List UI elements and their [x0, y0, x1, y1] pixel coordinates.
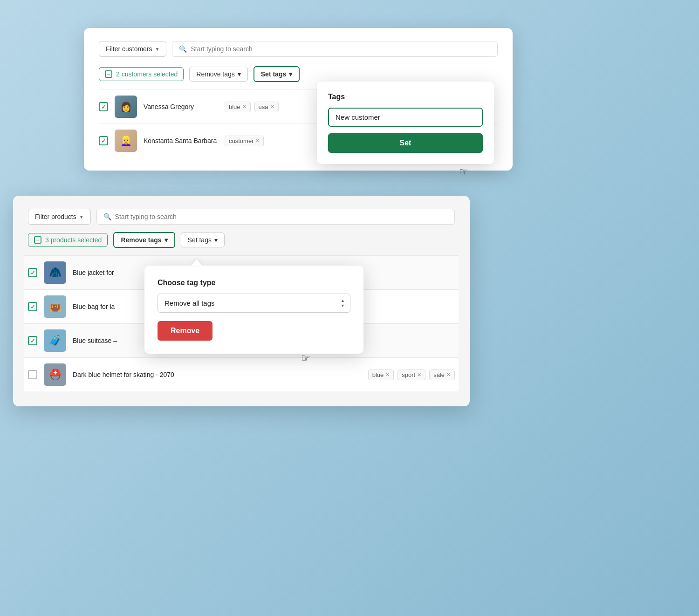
customer-1-tag-usa: usa ✕ [254, 102, 279, 112]
remove-tags-popup: Choose tag type Remove all tags ▲ ▼ Remo… [144, 266, 363, 354]
remove-tags-submit-label: Remove [171, 327, 199, 335]
customer-1-tag-blue: blue ✕ [225, 102, 251, 112]
products-selection-bar: 3 products selected Remove tags ▾ Set ta… [28, 232, 455, 248]
product-2-image: 👜 [44, 295, 66, 318]
products-set-tags-label: Set tags [188, 236, 212, 244]
filter-customers-chevron-icon: ▼ [155, 47, 160, 52]
set-tags-submit-button[interactable]: Set [328, 133, 483, 153]
customer-2-checkbox[interactable] [99, 136, 108, 145]
products-search-input[interactable] [115, 213, 448, 220]
product-4-tag-sport: sport ✕ [397, 370, 425, 380]
set-tags-submit-label: Set [400, 139, 411, 147]
remove-tags-submit-button[interactable]: Remove [158, 321, 212, 341]
products-selected-label: 3 products selected [45, 236, 102, 244]
customers-selected-label: 2 customers selected [116, 70, 178, 78]
customer-1-checkbox[interactable] [99, 102, 108, 111]
products-remove-tags-label: Remove tags [121, 236, 161, 244]
customers-search-icon: 🔍 [179, 45, 187, 53]
product-4-tag-sport-remove[interactable]: ✕ [417, 372, 421, 378]
filter-products-button[interactable]: Filter products ▼ [28, 209, 91, 225]
customer-2-tag-customer: customer ✕ [225, 136, 264, 146]
customers-remove-tags-button[interactable]: Remove tags ▾ [189, 67, 247, 82]
product-3-checkbox[interactable] [28, 336, 37, 345]
remove-popup-title: Choose tag type [158, 279, 350, 287]
product-3-image: 🧳 [44, 329, 66, 352]
customer-1-tag-usa-remove[interactable]: ✕ [270, 104, 274, 110]
filter-customers-label: Filter customers [106, 45, 152, 53]
set-tags-popup: Tags Set [317, 82, 494, 164]
product-4-tag-blue: blue ✕ [368, 370, 394, 380]
filter-customers-button[interactable]: Filter customers ▼ [99, 41, 166, 57]
customers-search-input[interactable] [191, 45, 491, 53]
product-4-image: ⛑️ [44, 363, 66, 386]
customers-set-tags-button[interactable]: Set tags ▾ [254, 66, 300, 82]
products-set-tags-button[interactable]: Set tags ▾ [181, 233, 225, 247]
product-4-tags: blue ✕ sport ✕ sale ✕ [368, 370, 455, 380]
customer-1-tag-blue-remove[interactable]: ✕ [242, 104, 247, 110]
customer-2-tags: customer ✕ [225, 136, 264, 146]
filter-products-label: Filter products [35, 213, 76, 220]
products-remove-tags-button[interactable]: Remove tags ▾ [113, 232, 175, 248]
product-4-name: Dark blue helmet for skating - 2070 [73, 371, 362, 378]
tag-type-select[interactable]: Remove all tags [158, 294, 350, 313]
product-2-checkbox[interactable] [28, 302, 37, 311]
customers-selection-bar: 2 customers selected Remove tags ▾ Set t… [99, 66, 498, 82]
customer-1-avatar: 👩 [115, 96, 137, 118]
products-deselect-icon[interactable] [34, 236, 41, 244]
customer-1-tags: blue ✕ usa ✕ [225, 102, 279, 112]
tag-type-select-wrapper: Remove all tags ▲ ▼ [158, 294, 350, 313]
products-search-bar: 🔍 [96, 209, 455, 225]
set-tags-popup-title: Tags [328, 93, 483, 101]
product-row-4: ⛑️ Dark blue helmet for skating - 2070 b… [24, 357, 459, 391]
customer-2-tag-customer-remove[interactable]: ✕ [255, 138, 260, 144]
customers-selected-count: 2 customers selected [99, 67, 184, 81]
filter-products-chevron-icon: ▼ [79, 214, 84, 219]
product-1-checkbox[interactable] [28, 268, 37, 277]
products-set-tags-chevron-icon: ▾ [214, 236, 218, 244]
products-search-icon: 🔍 [103, 213, 111, 220]
product-4-tag-blue-remove[interactable]: ✕ [385, 372, 390, 378]
products-remove-tags-chevron-icon: ▾ [164, 236, 168, 244]
products-toolbar: Filter products ▼ 🔍 [28, 209, 455, 225]
customers-set-tags-chevron-icon: ▾ [289, 70, 292, 78]
customers-deselect-icon[interactable] [105, 70, 112, 78]
customer-1-avatar-image: 👩 [115, 96, 137, 118]
customer-1-name: Vanessa Gregory [144, 103, 218, 110]
customers-search-bar: 🔍 [172, 41, 498, 57]
customer-2-name: Konstanta Santa Barbara [144, 137, 218, 144]
remove-popup-arrow [191, 259, 202, 266]
customers-remove-tags-chevron-icon: ▾ [238, 70, 241, 78]
product-1-image: 🧥 [44, 261, 66, 284]
customers-set-tags-label: Set tags [261, 70, 286, 78]
tags-input[interactable] [328, 108, 483, 127]
customer-2-avatar-image: 👱‍♀️ [115, 130, 137, 152]
product-4-tag-sale: sale ✕ [429, 370, 455, 380]
customer-2-avatar: 👱‍♀️ [115, 130, 137, 152]
product-4-tag-sale-remove[interactable]: ✕ [446, 372, 451, 378]
products-selected-count: 3 products selected [28, 233, 108, 247]
product-4-checkbox[interactable] [28, 370, 37, 379]
customers-toolbar: Filter customers ▼ 🔍 [99, 41, 498, 57]
customers-remove-tags-label: Remove tags [196, 70, 234, 78]
